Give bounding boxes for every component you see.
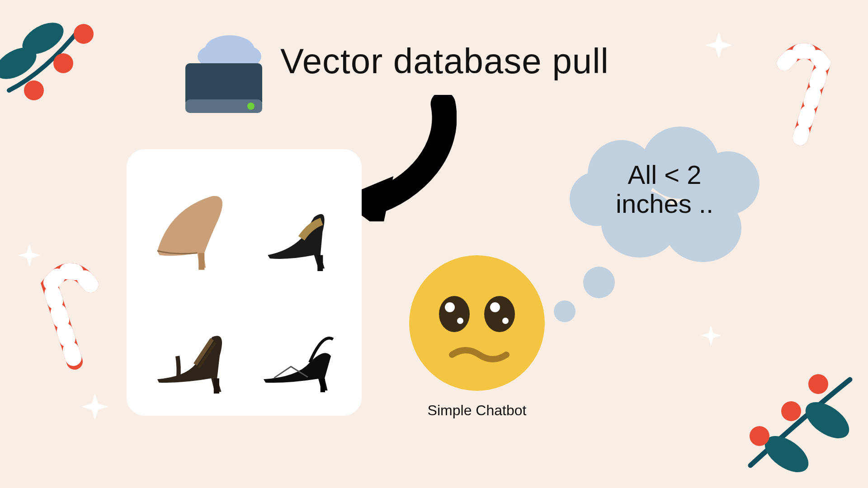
confused-face-icon [407,253,547,393]
svg-point-2 [24,80,44,100]
svg-rect-17 [198,253,204,270]
thought-line: inches .. [616,189,713,218]
svg-point-4 [74,24,94,44]
svg-point-15 [247,103,255,110]
holly-top-left-icon [0,9,108,127]
candy-cane-icon [769,43,836,147]
product-image [251,167,344,276]
svg-point-24 [457,318,463,324]
sparkle-icon [701,325,721,346]
product-image [145,167,237,276]
product-image [251,289,344,398]
sparkle-icon [705,32,732,59]
svg-point-22 [439,296,470,332]
sparkle-icon [18,244,41,267]
svg-rect-19 [214,378,219,394]
thought-line: All < 2 [628,160,702,189]
svg-point-8 [781,401,801,421]
product-grid [145,167,344,398]
svg-point-7 [808,374,828,394]
svg-point-5 [799,395,856,446]
holly-bottom-right-icon [723,361,868,488]
svg-point-9 [750,426,769,446]
svg-point-1 [17,16,69,61]
thought-text: All < 2 inches .. [574,160,755,218]
slide-title: Vector database pull [280,41,609,82]
candy-cane-icon [34,262,106,371]
svg-point-6 [759,429,815,479]
svg-rect-20 [321,379,325,392]
svg-point-25 [484,296,515,332]
thought-dot-icon [583,267,615,298]
slide: Vector database pull [0,0,868,488]
product-image [145,289,237,398]
svg-point-0 [0,41,42,85]
svg-rect-18 [317,255,323,271]
sparkle-icon [81,393,108,420]
svg-point-3 [53,53,73,73]
chatbot-label: Simple Chatbot [407,402,547,419]
cloud-storage-icon [176,32,271,127]
svg-point-23 [445,302,455,312]
svg-point-27 [502,318,509,324]
results-card [127,149,362,416]
thought-dot-icon [554,300,576,322]
svg-point-26 [490,302,500,312]
svg-point-21 [409,255,545,391]
